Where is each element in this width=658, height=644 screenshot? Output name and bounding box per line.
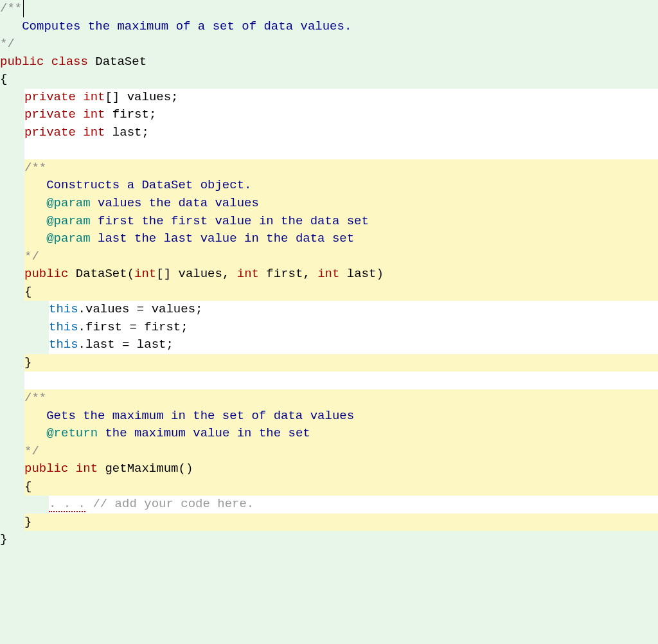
- keyword-private: private: [24, 107, 76, 121]
- assignment: .first = first;: [78, 320, 188, 334]
- comment-text: Computes the maximum of a set of data va…: [0, 18, 658, 36]
- constructor-doc-block: /** Constructs a DataSet object. @param …: [24, 159, 658, 301]
- doc-text: Computes the maximum of a set of data va…: [0, 19, 351, 33]
- doc-param1: @param values the data values: [24, 195, 658, 213]
- brace-open: {: [24, 478, 658, 496]
- field-name: values: [127, 90, 171, 104]
- brace: {: [24, 285, 31, 299]
- assign-first: this.first = first;: [49, 319, 658, 337]
- param-name: last: [347, 267, 377, 281]
- comment-close: */: [24, 443, 658, 461]
- doc-line: Constructs a DataSet object.: [24, 177, 658, 195]
- tag-param: @param: [46, 214, 90, 228]
- param-name: first: [266, 267, 303, 281]
- keyword-private: private: [24, 125, 76, 139]
- doc-text: the maximum value in the set: [98, 426, 310, 440]
- constructor-body: this.values = values; this.first = first…: [49, 301, 658, 354]
- brace: {: [24, 479, 31, 494]
- blank-line: [24, 141, 658, 159]
- comment-marker: /**: [0, 1, 22, 15]
- brace: }: [0, 532, 7, 546]
- code-block: /** Computes the maximum of a set of dat…: [0, 0, 658, 549]
- field-last: private int last;: [24, 124, 658, 142]
- field-name: last: [112, 125, 142, 139]
- doc-text: Constructs a DataSet object.: [24, 178, 251, 192]
- brace-open: {: [24, 283, 658, 301]
- doc-text: first the first value in the data set: [91, 214, 369, 228]
- keyword-public: public: [0, 55, 44, 69]
- brace: }: [24, 355, 31, 370]
- comment-marker: */: [0, 37, 15, 51]
- class-declaration: public class DataSet: [0, 53, 658, 71]
- placeholder-comment: // add your code here.: [85, 497, 254, 511]
- parens: (): [178, 461, 193, 476]
- tag-return: @return: [46, 426, 98, 440]
- keyword-public: public: [24, 267, 68, 281]
- assignment: .values = values;: [78, 302, 203, 316]
- constructor-close: }: [24, 354, 658, 372]
- blank-line: [24, 371, 658, 389]
- assign-last: this.last = last;: [49, 336, 658, 354]
- field-values: private int[] values;: [24, 89, 658, 107]
- comment-marker: */: [24, 249, 39, 264]
- doc-text: Gets the maximum in the set of data valu…: [24, 409, 354, 423]
- keyword-this: this: [49, 337, 78, 352]
- field-name: first: [112, 107, 149, 121]
- doc-line: Gets the maximum in the set of data valu…: [24, 407, 658, 425]
- blank-separator: [24, 371, 658, 389]
- type-int: int: [237, 267, 259, 281]
- getmax-signature: public int getMaximum(): [24, 460, 658, 478]
- brackets: []: [105, 90, 120, 104]
- ctor-name: DataSet: [76, 267, 127, 281]
- param-name: values: [179, 267, 222, 281]
- type-int: int: [134, 267, 156, 281]
- fields-block: private int[] values; private int first;…: [24, 89, 658, 159]
- doc-text: last the last value in the data set: [91, 231, 354, 246]
- doc-param2: @param first the first value in the data…: [24, 213, 658, 231]
- comment-marker: /**: [24, 161, 46, 175]
- type-int: int: [83, 107, 105, 121]
- comment-close: */: [0, 35, 658, 53]
- semicolon: ;: [171, 90, 178, 104]
- constructor-signature: public DataSet(int[] values, int first, …: [24, 265, 658, 283]
- type-int: int: [83, 125, 105, 139]
- keyword-public: public: [24, 461, 68, 476]
- type-int: int: [76, 461, 98, 476]
- assignment: .last = last;: [78, 337, 173, 352]
- class-brace-close: }: [0, 531, 658, 549]
- tag-param: @param: [46, 196, 90, 210]
- comment-close: */: [24, 248, 658, 266]
- comment-open: /**: [24, 389, 658, 407]
- class-name: DataSet: [95, 55, 147, 69]
- comment-open: /**: [0, 0, 658, 18]
- brace: {: [0, 72, 7, 86]
- type-int: int: [83, 90, 105, 104]
- placeholder-dots[interactable]: . . .: [49, 497, 85, 512]
- doc-return: @return the maximum value in the set: [24, 425, 658, 443]
- brace-close: }: [24, 514, 658, 532]
- semicolon: ;: [141, 125, 148, 139]
- keyword-private: private: [24, 90, 76, 104]
- comment-marker: */: [24, 444, 39, 458]
- getmax-body: . . . // add your code here.: [49, 496, 658, 514]
- doc-text: values the data values: [91, 196, 259, 210]
- type-int: int: [317, 267, 339, 281]
- comment-open: /**: [24, 159, 658, 177]
- cursor-icon: [23, 0, 24, 17]
- getmax-doc-block: /** Gets the maximum in the set of data …: [24, 389, 658, 496]
- keyword-this: this: [49, 320, 78, 334]
- field-first: private int first;: [24, 106, 658, 124]
- tag-param: @param: [46, 231, 90, 246]
- brace-open: {: [0, 71, 658, 89]
- brackets: []: [156, 267, 171, 281]
- getmax-close: }: [24, 514, 658, 532]
- comment-marker: /**: [24, 391, 46, 405]
- keyword-this: this: [49, 302, 78, 316]
- semicolon: ;: [149, 107, 156, 121]
- keyword-class: class: [51, 55, 88, 69]
- assign-values: this.values = values;: [49, 301, 658, 319]
- placeholder-line[interactable]: . . . // add your code here.: [49, 496, 658, 514]
- brace: }: [24, 515, 31, 529]
- brace-close: }: [24, 354, 658, 372]
- method-name: getMaximum: [105, 461, 178, 476]
